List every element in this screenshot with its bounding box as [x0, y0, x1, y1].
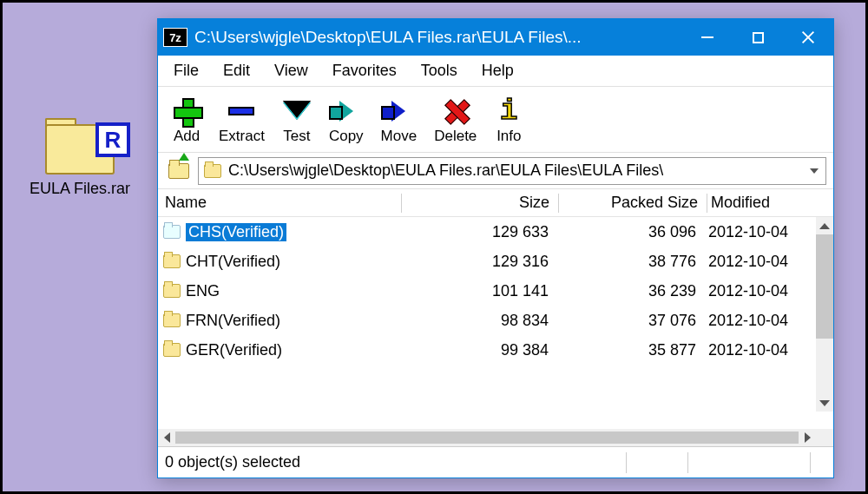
- minimize-button[interactable]: [682, 19, 733, 56]
- file-size: 129 316: [401, 253, 557, 271]
- status-cell-2: [627, 447, 687, 478]
- menu-view[interactable]: View: [264, 58, 319, 83]
- scroll-right-button[interactable]: [799, 429, 816, 446]
- scroll-left-button[interactable]: [158, 429, 175, 446]
- chevron-right-icon: [805, 432, 811, 443]
- menu-file[interactable]: File: [163, 58, 209, 83]
- x-red-icon: [444, 99, 468, 123]
- folder-icon: [163, 225, 181, 239]
- plus-icon: [174, 98, 200, 124]
- toolbar-extract-label: Extract: [219, 128, 265, 145]
- check-down-icon: [283, 102, 311, 120]
- file-row[interactable]: ENG101 14136 2392012-10-04: [158, 276, 833, 306]
- column-header-modified[interactable]: Modified: [707, 194, 814, 212]
- column-headers: Name Size Packed Size Modified: [158, 189, 833, 217]
- horizontal-scrollbar[interactable]: [158, 429, 816, 446]
- menu-favorites[interactable]: Favorites: [322, 58, 407, 83]
- folder-icon: [163, 313, 181, 327]
- menu-tools[interactable]: Tools: [411, 58, 468, 83]
- file-rows: CHS(Verified)129 63336 0962012-10-04CHT(…: [158, 217, 833, 429]
- file-name: CHT(Verified): [186, 253, 280, 271]
- toolbar-extract[interactable]: Extract: [210, 95, 273, 147]
- path-text: C:\Users\wjgle\Desktop\EULA Files.rar\EU…: [228, 161, 663, 180]
- up-arrow-icon: [179, 153, 189, 161]
- up-one-level-button[interactable]: [165, 158, 193, 184]
- scroll-thumb[interactable]: [816, 234, 833, 339]
- arrow-right-blue-icon: [391, 101, 405, 122]
- scroll-corner: [816, 429, 833, 446]
- info-icon: i: [500, 95, 517, 128]
- folder-up-icon: [168, 163, 189, 179]
- minus-icon: [228, 107, 254, 115]
- maximize-button[interactable]: [733, 19, 783, 56]
- status-cell-3: [688, 447, 810, 478]
- file-modified: 2012-10-04: [705, 282, 814, 300]
- titlebar[interactable]: 7z C:\Users\wjgle\Desktop\EULA Files.rar…: [158, 19, 833, 56]
- file-name: FRN(Verified): [186, 312, 280, 330]
- file-size: 99 384: [401, 341, 557, 359]
- address-bar: C:\Users\wjgle\Desktop\EULA Files.rar\EU…: [158, 153, 833, 189]
- toolbar-add-label: Add: [174, 128, 200, 145]
- scroll-thumb[interactable]: [175, 431, 799, 444]
- toolbar-move[interactable]: Move: [372, 95, 426, 147]
- toolbar-info[interactable]: i Info: [485, 95, 532, 147]
- toolbar-test[interactable]: Test: [273, 95, 320, 147]
- column-header-size[interactable]: Size: [402, 194, 558, 212]
- arrow-right-teal-icon: [339, 101, 353, 122]
- file-modified: 2012-10-04: [705, 312, 814, 330]
- file-name: ENG: [186, 282, 220, 300]
- folder-icon: [163, 284, 181, 298]
- desktop-file-label: EULA Files.rar: [27, 180, 133, 198]
- scroll-track[interactable]: [816, 339, 833, 394]
- file-row[interactable]: CHT(Verified)129 31638 7762012-10-04: [158, 247, 833, 276]
- close-icon: [801, 30, 815, 44]
- status-bar: 0 object(s) selected: [158, 446, 833, 478]
- app-icon: 7z: [163, 28, 187, 47]
- sevenzip-window: 7z C:\Users\wjgle\Desktop\EULA Files.rar…: [157, 18, 834, 478]
- menu-bar: File Edit View Favorites Tools Help: [158, 56, 833, 87]
- file-row[interactable]: CHS(Verified)129 63336 0962012-10-04: [158, 217, 833, 247]
- maximize-icon: [753, 32, 764, 43]
- column-header-name[interactable]: Name: [158, 194, 401, 212]
- scroll-down-button[interactable]: [816, 394, 833, 412]
- chevron-down-icon: [819, 400, 830, 406]
- toolbar-copy-label: Copy: [329, 128, 364, 145]
- file-packed-size: 36 239: [557, 282, 705, 300]
- file-packed-size: 35 877: [557, 341, 705, 359]
- status-text: 0 object(s) selected: [158, 447, 626, 478]
- column-header-packed[interactable]: Packed Size: [559, 194, 707, 212]
- file-row[interactable]: GER(Verified)99 38435 8772012-10-04: [158, 335, 833, 365]
- file-packed-size: 38 776: [557, 253, 705, 271]
- file-modified: 2012-10-04: [705, 223, 814, 241]
- close-button[interactable]: [783, 19, 833, 56]
- file-size: 129 633: [401, 223, 557, 241]
- toolbar-add[interactable]: Add: [163, 95, 210, 147]
- toolbar-move-label: Move: [381, 128, 418, 145]
- file-name: GER(Verified): [186, 341, 282, 359]
- menu-edit[interactable]: Edit: [213, 58, 260, 83]
- rar-file-icon: R: [45, 124, 115, 175]
- window-title: C:\Users\wjgle\Desktop\EULA Files.rar\EU…: [194, 28, 582, 47]
- chevron-down-icon: [810, 168, 819, 174]
- toolbar-delete[interactable]: Delete: [425, 95, 485, 147]
- toolbar: Add Extract Test Copy Move Delete i Info: [158, 87, 833, 153]
- chevron-up-icon: [819, 223, 830, 229]
- chevron-left-icon: [164, 432, 170, 443]
- vertical-scrollbar[interactable]: [816, 217, 833, 412]
- scroll-up-button[interactable]: [816, 217, 833, 234]
- toolbar-copy[interactable]: Copy: [320, 95, 372, 147]
- desktop-file-rar[interactable]: R EULA Files.rar: [27, 124, 133, 198]
- path-combobox[interactable]: C:\Users\wjgle\Desktop\EULA Files.rar\EU…: [198, 157, 826, 185]
- menu-help[interactable]: Help: [471, 58, 524, 83]
- minimize-icon: [701, 36, 713, 38]
- file-size: 98 834: [401, 312, 557, 330]
- file-row[interactable]: FRN(Verified)98 83437 0762012-10-04: [158, 306, 833, 335]
- status-cell-4: [811, 447, 833, 478]
- toolbar-delete-label: Delete: [434, 128, 477, 145]
- toolbar-info-label: Info: [496, 128, 521, 145]
- file-packed-size: 36 096: [557, 223, 705, 241]
- folder-icon: [163, 343, 181, 357]
- folder-icon: [163, 254, 181, 268]
- file-packed-size: 37 076: [557, 312, 705, 330]
- file-list-pane: Name Size Packed Size Modified CHS(Verif…: [158, 189, 833, 446]
